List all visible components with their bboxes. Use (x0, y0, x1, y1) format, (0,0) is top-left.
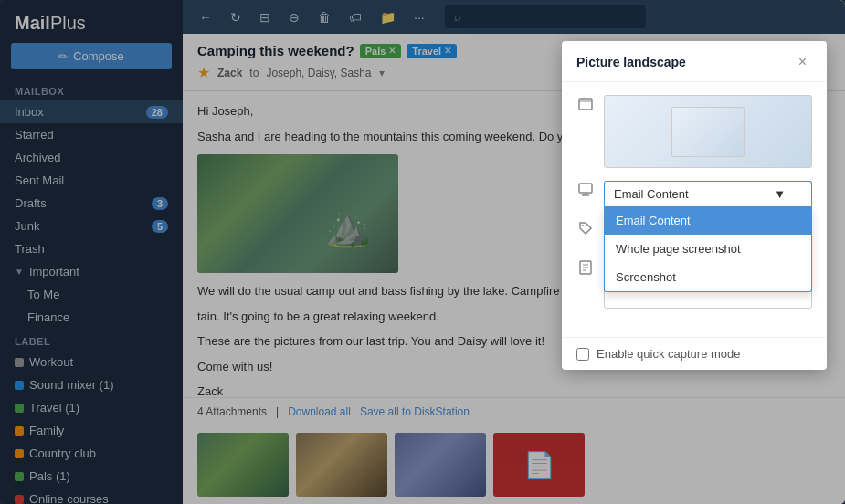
capture-type-field: Email Content ▼ Email Content Whole page… (604, 181, 812, 206)
quick-capture-label: Enable quick capture mode (597, 347, 741, 361)
note-icon (576, 260, 595, 278)
modal-quick-capture-row: Enable quick capture mode (562, 337, 827, 370)
modal-header: Picture landscape × (562, 41, 827, 82)
picture-landscape-modal: Picture landscape × (562, 41, 827, 370)
selected-capture-type: Email Content (614, 187, 689, 201)
capture-option-screenshot[interactable]: Screenshot (605, 263, 811, 291)
tag-icon (576, 221, 595, 239)
capture-type-dropdown-menu: Email Content Whole page screenshot Scre… (604, 206, 812, 292)
capture-option-whole-page[interactable]: Whole page screenshot (605, 235, 811, 263)
modal-screenshot-row (576, 95, 812, 168)
capture-option-email-content[interactable]: Email Content (605, 206, 811, 235)
app-container: MailPlus Compose Mailbox Inbox 28 Starre… (0, 0, 845, 504)
dropdown-arrow-icon: ▼ (774, 187, 786, 201)
modal-title: Picture landscape (576, 55, 686, 69)
modal-close-button[interactable]: × (793, 52, 812, 72)
screenshot-preview (604, 95, 812, 168)
capture-type-icon (576, 183, 595, 201)
capture-type-dropdown-trigger[interactable]: Email Content ▼ (604, 181, 812, 206)
svg-point-2 (582, 225, 584, 226)
screenshot-thumbnail-field (604, 95, 812, 168)
modal-capture-type-row: Email Content ▼ Email Content Whole page… (576, 181, 812, 206)
modal-body: Email Content ▼ Email Content Whole page… (562, 82, 827, 337)
quick-capture-checkbox[interactable] (576, 348, 589, 361)
screenshot-icon (576, 97, 595, 115)
svg-rect-1 (579, 184, 592, 193)
svg-rect-0 (579, 99, 592, 110)
